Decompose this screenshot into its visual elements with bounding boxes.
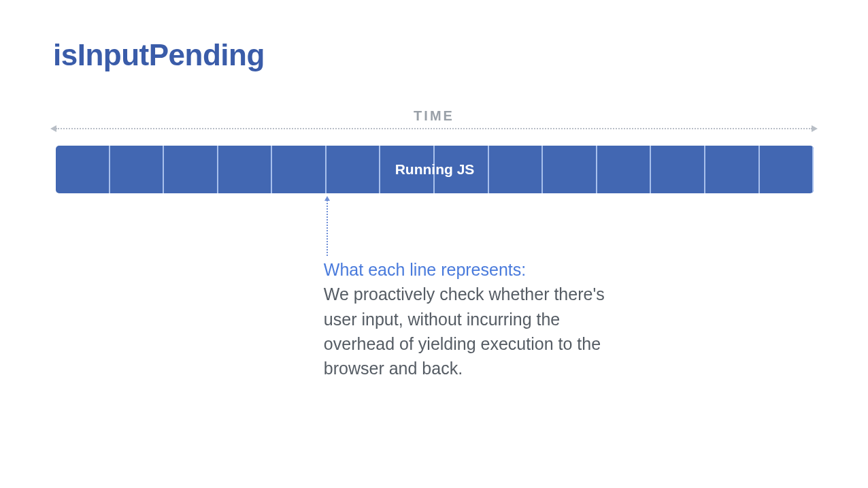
callout-pointer bbox=[327, 197, 328, 256]
running-js-bar: Running JS bbox=[56, 146, 814, 193]
callout-text: What each line represents: We proactivel… bbox=[324, 257, 610, 380]
callout-body: We proactively check whether there's use… bbox=[324, 284, 605, 378]
slide-title: isInputPending bbox=[53, 38, 265, 72]
running-js-bar-label: Running JS bbox=[56, 146, 814, 193]
time-axis-label: TIME bbox=[0, 108, 868, 124]
timeline-bar-container: Running JS bbox=[56, 146, 814, 193]
callout-lead: What each line represents: bbox=[324, 260, 526, 279]
time-axis bbox=[56, 128, 812, 132]
